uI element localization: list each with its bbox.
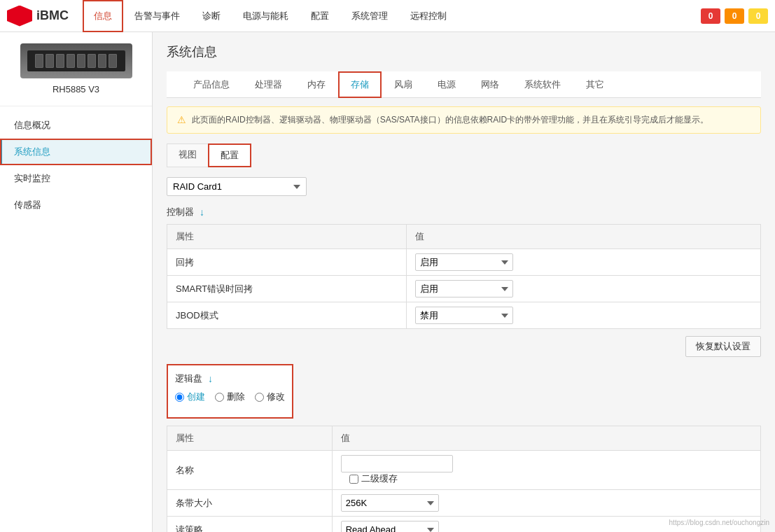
sidebar: RH5885 V3 信息概况系统信息实时监控传感器 (0, 32, 153, 532)
drive-slot (56, 54, 64, 68)
controller-label: 控制器 (167, 206, 194, 218)
controller-prop-header: 属性 (167, 225, 407, 249)
controller-section-header: 控制器 ↓ (167, 206, 761, 218)
server-name: RH5885 V3 (11, 84, 141, 94)
controller-val-0: 启用禁用 (407, 249, 761, 276)
logical-radio-delete[interactable] (215, 393, 224, 402)
tab-network[interactable]: 网络 (468, 71, 512, 98)
drive-slot (46, 54, 54, 68)
tab-bar: 产品信息处理器内存存储风扇电源网络系统软件其它 (167, 71, 761, 98)
ibmc-label: iBMC (36, 8, 69, 23)
tab-fan[interactable]: 风扇 (382, 71, 425, 98)
drive-slot (67, 54, 75, 68)
logical-section-header: 逻辑盘 ↓ (175, 372, 285, 385)
sub-tab-config[interactable]: 配置 (208, 144, 251, 167)
layout: RH5885 V3 信息概况系统信息实时监控传感器 系统信息 产品信息处理器内存… (0, 32, 775, 532)
logical-box: 逻辑盘 ↓ 创建删除修改 (167, 364, 293, 419)
controller-select-2[interactable]: 启用禁用 (415, 307, 513, 324)
tab-product[interactable]: 产品信息 (181, 71, 242, 98)
logical-val-2: Read AheadNo Read AheadAdaptive Read Ahe… (332, 517, 760, 533)
nav-badge-1: 0 (725, 8, 744, 24)
logical-label: 逻辑盘 (175, 372, 202, 385)
raid-card-select[interactable]: RAID Card1RAID Card2 (167, 177, 307, 196)
logical-action-group: 创建删除修改 (175, 391, 285, 403)
controller-prop-1: SMART错误时回拷 (167, 276, 407, 302)
logical-select-2[interactable]: Read AheadNo Read AheadAdaptive Read Ahe… (341, 521, 439, 532)
warning-text: 此页面的RAID控制器、逻辑驱动器、物理驱动器（SAS/SATA接口）的信息依赖… (192, 114, 708, 126)
controller-prop-0: 回拷 (167, 249, 407, 276)
logical-select-1[interactable]: 64K128K256K512K1MB (341, 494, 439, 512)
controller-select-0[interactable]: 启用禁用 (415, 253, 513, 271)
nav-item-remote[interactable]: 远程控制 (399, 0, 458, 32)
nav-badges: 000 (701, 8, 768, 24)
logical-action-modify[interactable]: 修改 (255, 391, 285, 403)
main-content: 系统信息 产品信息处理器内存存储风扇电源网络系统软件其它 ⚠ 此页面的RAID控… (153, 32, 775, 532)
logical-val-1: 64K128K256K512K1MB (332, 490, 760, 517)
raid-card-dropdown-row: RAID Card1RAID Card2 (167, 177, 761, 196)
logical-table: 属性 值 名称二级缓存条带大小64K128K256K512K1MB读策略Read… (167, 426, 761, 532)
sub-tab-view[interactable]: 视图 (167, 144, 209, 167)
logical-prop-1: 条带大小 (167, 490, 333, 517)
secondary-cache-checkbox[interactable] (349, 475, 358, 484)
controller-arrow-icon: ↓ (200, 206, 204, 218)
logical-action-delete[interactable]: 删除 (215, 391, 245, 403)
drive-slot (77, 54, 85, 68)
tab-storage[interactable]: 存储 (338, 71, 382, 98)
logical-radio-create[interactable] (175, 393, 184, 402)
server-image (20, 43, 132, 78)
nav-badge-0: 0 (701, 8, 720, 24)
warning-banner: ⚠ 此页面的RAID控制器、逻辑驱动器、物理驱动器（SAS/SATA接口）的信息… (167, 106, 761, 134)
secondary-cache-label[interactable]: 二级缓存 (349, 472, 752, 485)
controller-val-1: 启用禁用 (407, 276, 761, 302)
logical-prop-0: 名称 (167, 451, 333, 490)
nav-item-info[interactable]: 信息 (83, 0, 123, 32)
controller-prop-2: JBOD模式 (167, 302, 407, 329)
logical-arrow-icon: ↓ (208, 373, 213, 384)
tab-syssoft[interactable]: 系统软件 (512, 71, 573, 98)
controller-select-1[interactable]: 启用禁用 (415, 280, 513, 298)
logical-prop-header: 属性 (167, 426, 333, 451)
logical-radio-modify[interactable] (255, 393, 264, 402)
logical-text-0[interactable] (341, 455, 453, 472)
nav-item-sysmgr[interactable]: 系统管理 (340, 0, 399, 32)
nav-badge-2: 0 (748, 8, 768, 24)
logical-prop-2: 读策略 (167, 517, 333, 533)
logical-section: 逻辑盘 ↓ 创建删除修改 属性 值 名称二级缓存条带大小64K128K256K5… (167, 364, 761, 532)
warning-icon: ⚠ (177, 114, 186, 125)
sidebar-item-sysinfo[interactable]: 系统信息 (0, 139, 152, 165)
nav-items: 信息告警与事件诊断电源与能耗配置系统管理远程控制 (83, 0, 701, 32)
top-nav: iBMC 信息告警与事件诊断电源与能耗配置系统管理远程控制 000 (0, 0, 775, 32)
nav-item-power[interactable]: 电源与能耗 (232, 0, 300, 32)
tab-memory[interactable]: 内存 (295, 71, 338, 98)
nav-item-alarm[interactable]: 告警与事件 (123, 0, 191, 32)
controller-val-2: 启用禁用 (407, 302, 761, 329)
sub-tab-bar: 视图配置 (167, 144, 761, 167)
logical-val-0: 二级缓存 (332, 451, 760, 490)
logical-val-header: 值 (332, 426, 760, 451)
tab-power[interactable]: 电源 (425, 71, 468, 98)
server-info: RH5885 V3 (0, 32, 152, 106)
server-image-inner (27, 50, 125, 71)
sidebar-menu: 信息概况系统信息实时监控传感器 (0, 106, 152, 224)
page-title: 系统信息 (167, 43, 761, 60)
controller-action-row: 恢复默认设置 (167, 336, 761, 357)
drive-slot (88, 54, 96, 68)
reset-default-button[interactable]: 恢复默认设置 (685, 336, 761, 357)
drive-slot (109, 54, 117, 68)
controller-table: 属性 值 回拷启用禁用SMART错误时回拷启用禁用JBOD模式启用禁用 (167, 224, 761, 329)
logo-area: iBMC (7, 6, 69, 27)
nav-item-diag[interactable]: 诊断 (191, 0, 232, 32)
nav-item-config[interactable]: 配置 (300, 0, 340, 32)
controller-val-header: 值 (407, 225, 761, 249)
huawei-logo (7, 6, 32, 27)
logical-action-create[interactable]: 创建 (175, 391, 205, 403)
tab-other[interactable]: 其它 (573, 71, 617, 98)
drive-slot (35, 54, 43, 68)
sidebar-item-sensor[interactable]: 传感器 (0, 192, 152, 218)
sidebar-item-overview[interactable]: 信息概况 (0, 112, 152, 139)
sidebar-item-realtime[interactable]: 实时监控 (0, 165, 152, 192)
drive-slot (98, 54, 106, 68)
tab-cpu[interactable]: 处理器 (242, 71, 295, 98)
